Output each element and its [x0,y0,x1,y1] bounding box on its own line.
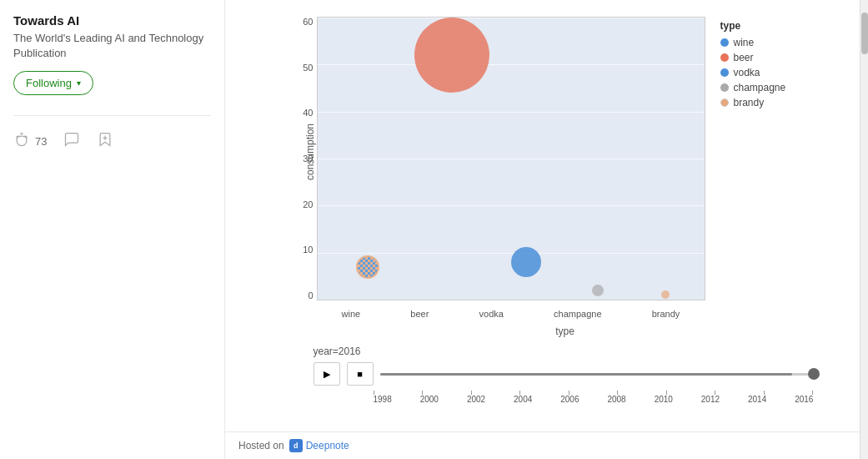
year-2012: 2012 [701,395,720,404]
comment-action[interactable] [63,131,80,152]
chart-container: consumption 60 50 40 30 20 10 0 [280,17,814,404]
x-tick-vodka: vodka [479,309,504,319]
deepnote-logo[interactable]: d Deepnote [289,439,349,452]
year-2000: 2000 [420,395,439,404]
year-slider[interactable] [380,366,814,382]
year-2014: 2014 [748,395,766,404]
wine-dot [720,38,729,47]
legend-title: type [720,20,795,32]
year-2004: 2004 [514,395,532,404]
x-tick-champagne: champagne [554,309,602,319]
action-bar: 73 [13,123,211,160]
legend-item-champagne: champagne [720,82,795,93]
bookmark-icon [97,131,113,152]
legend-item-beer: beer [720,52,795,63]
chart-legend: type wine beer vodka champagne [714,17,805,119]
controls-row: ▶ ■ [314,362,814,386]
clap-count: 73 [35,135,47,148]
following-label: Following [26,77,72,89]
scrollbar[interactable] [860,0,868,459]
play-button[interactable]: ▶ [314,362,340,386]
chart-background [317,17,705,300]
year-2010: 2010 [655,395,673,404]
year-2006: 2006 [560,395,579,404]
clap-icon [13,131,30,152]
x-axis-ticks: wine beer vodka champagne brandy [317,302,705,325]
brandy-bubble [661,290,670,299]
publication-title: Towards AI [13,13,211,28]
year-1998: 1998 [374,395,392,404]
wine-bubble [356,255,379,279]
x-tick-wine: wine [342,309,361,319]
wine-label: wine [734,37,755,48]
publication-subtitle: The World's Leading AI and Technology Pu… [13,31,211,61]
timeline-section: year=2016 ▶ ■ [280,346,814,404]
y-tick-0: 0 [308,290,313,300]
y-tick-50: 50 [303,63,313,73]
y-tick-40: 40 [303,108,313,118]
beer-dot [720,53,729,62]
footer-bar: Hosted on d Deepnote [225,431,868,459]
left-panel: Towards AI The World's Leading AI and Te… [0,0,225,459]
y-tick-30: 30 [303,154,313,164]
y-tick-60: 60 [303,17,313,27]
main-content: consumption 60 50 40 30 20 10 0 [225,0,868,459]
champagne-dot [720,83,729,92]
bookmark-action[interactable] [97,131,113,152]
grid-line-30 [318,159,705,159]
grid-line-10 [318,253,705,254]
y-tick-20: 20 [303,199,313,209]
legend-item-brandy: brandy [720,97,795,108]
deepnote-icon: d [289,439,303,452]
y-tick-10: 10 [303,245,313,255]
grid-line-40 [318,112,705,113]
x-tick-brandy: brandy [652,309,680,319]
stop-button[interactable]: ■ [347,362,374,386]
brandy-dot [720,98,729,107]
year-2002: 2002 [467,395,485,404]
brandy-label: brandy [734,97,765,108]
deepnote-label: Deepnote [306,440,349,451]
chart-with-legend: consumption 60 50 40 30 20 10 0 [280,17,814,325]
grid-line-20 [318,205,705,206]
year-label: year=2016 [314,346,814,357]
chart-plot: consumption 60 50 40 30 20 10 0 [280,17,705,325]
x-axis-title: type [280,325,814,337]
chevron-down-icon: ▾ [77,78,81,88]
beer-label: beer [734,52,754,63]
scrollbar-thumb[interactable] [861,13,868,54]
y-axis-ticks: 60 50 40 30 20 10 0 [297,17,314,300]
clap-action[interactable]: 73 [13,131,47,152]
year-2016: 2016 [795,395,813,404]
beer-bubble [414,18,489,93]
following-button[interactable]: Following ▾ [13,71,93,95]
year-2008: 2008 [607,395,625,404]
x-tick-beer: beer [410,309,429,319]
vodka-label: vodka [734,67,760,78]
vodka-dot [720,68,729,77]
legend-item-wine: wine [720,37,795,48]
legend-item-vodka: vodka [720,67,795,78]
divider [13,115,211,116]
grid-line-50 [318,64,705,65]
champagne-bubble [592,285,604,296]
vodka-bubble [511,247,541,277]
slider-year-labels: 1998 2000 2002 2004 2006 2008 2010 2012 … [314,395,814,404]
hosted-text: Hosted on [238,440,284,451]
champagne-label: champagne [734,82,786,93]
comment-icon [63,131,80,152]
grid-line-60 [318,18,705,18]
